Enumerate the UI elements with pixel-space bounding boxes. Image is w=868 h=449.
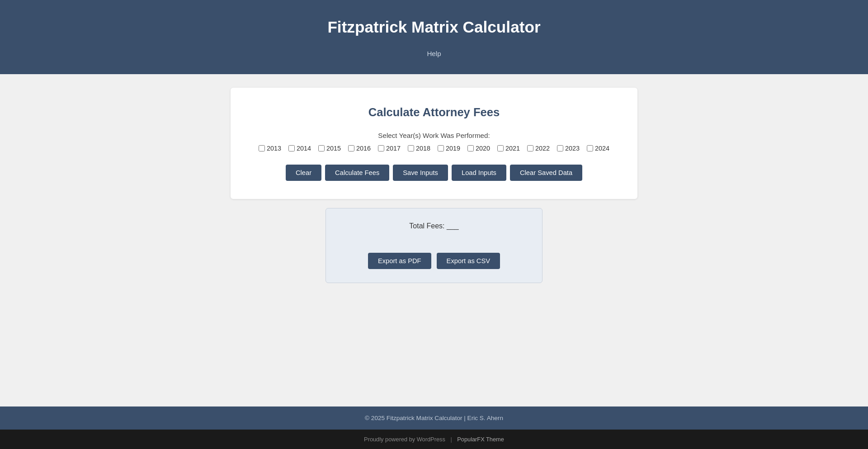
year-label-2013: 2013 — [267, 145, 281, 152]
site-nav: Help — [235, 50, 633, 65]
year-checkbox-2013[interactable] — [259, 145, 265, 151]
year-checkbox-2018[interactable] — [408, 145, 414, 151]
year-checkbox-2022[interactable] — [527, 145, 533, 151]
year-label-2015: 2015 — [326, 145, 341, 152]
total-fees-text: Total Fees: ___ — [409, 222, 458, 230]
year-checkbox-2019[interactable] — [438, 145, 444, 151]
year-checkbox-2021[interactable] — [497, 145, 504, 151]
calculator-card: Calculate Attorney Fees Select Year(s) W… — [231, 88, 637, 199]
clear-button[interactable]: Clear — [286, 165, 321, 181]
year-checkbox-2017[interactable] — [378, 145, 384, 151]
year-select-label: Select Year(s) Work Was Performed: — [253, 132, 615, 139]
year-label-2019: 2019 — [446, 145, 460, 152]
year-checkbox-item-2021[interactable]: 2021 — [497, 145, 520, 152]
year-checkbox-2016[interactable] — [348, 145, 354, 151]
calculate-fees-button[interactable]: Calculate Fees — [325, 165, 389, 181]
year-label-2018: 2018 — [416, 145, 430, 152]
help-nav-link[interactable]: Help — [427, 50, 441, 57]
year-label-2014: 2014 — [297, 145, 311, 152]
footer-separator: | — [450, 436, 452, 443]
year-checkbox-2015[interactable] — [318, 145, 325, 151]
button-row: Clear Calculate Fees Save Inputs Load In… — [253, 165, 615, 181]
year-label-2022: 2022 — [535, 145, 550, 152]
year-checkbox-item-2024[interactable]: 2024 — [587, 145, 609, 152]
year-checkbox-item-2018[interactable]: 2018 — [408, 145, 430, 152]
year-checkbox-item-2013[interactable]: 2013 — [259, 145, 281, 152]
year-checkbox-item-2016[interactable]: 2016 — [348, 145, 371, 152]
year-checkboxes: 2013201420152016201720182019202020212022… — [253, 145, 615, 152]
site-footer-dark: © 2025 Fitzpatrick Matrix Calculator | E… — [0, 406, 868, 430]
footer-powered-text: Proudly powered by WordPress | PopularFX… — [9, 436, 859, 443]
calculator-title: Calculate Attorney Fees — [253, 106, 615, 119]
year-checkbox-item-2014[interactable]: 2014 — [288, 145, 311, 152]
main-content: Calculate Attorney Fees Select Year(s) W… — [0, 74, 868, 406]
year-label-2024: 2024 — [595, 145, 609, 152]
year-checkbox-2014[interactable] — [288, 145, 295, 151]
footer-copyright: © 2025 Fitzpatrick Matrix Calculator | E… — [9, 415, 859, 421]
export-pdf-button[interactable]: Export as PDF — [368, 253, 431, 269]
year-checkbox-2023[interactable] — [557, 145, 563, 151]
year-checkbox-item-2020[interactable]: 2020 — [467, 145, 490, 152]
site-title: Fitzpatrick Matrix Calculator — [235, 18, 633, 36]
year-checkbox-item-2015[interactable]: 2015 — [318, 145, 341, 152]
year-checkbox-item-2017[interactable]: 2017 — [378, 145, 401, 152]
year-checkbox-2024[interactable] — [587, 145, 593, 151]
year-checkbox-item-2019[interactable]: 2019 — [438, 145, 460, 152]
powered-by-text: Proudly powered by WordPress — [364, 436, 445, 443]
load-inputs-button[interactable]: Load Inputs — [452, 165, 506, 181]
export-csv-button[interactable]: Export as CSV — [437, 253, 500, 269]
results-card: Total Fees: ___ Export as PDF Export as … — [326, 208, 542, 283]
theme-link[interactable]: PopularFX Theme — [457, 436, 504, 443]
year-label-2023: 2023 — [565, 145, 580, 152]
year-label-2021: 2021 — [505, 145, 520, 152]
clear-saved-data-button[interactable]: Clear Saved Data — [510, 165, 582, 181]
year-label-2020: 2020 — [476, 145, 490, 152]
site-footer-black: Proudly powered by WordPress | PopularFX… — [0, 430, 868, 449]
year-checkbox-2020[interactable] — [467, 145, 474, 151]
export-buttons: Export as PDF Export as CSV — [368, 253, 500, 269]
year-label-2016: 2016 — [356, 145, 371, 152]
year-label-2017: 2017 — [386, 145, 401, 152]
year-checkbox-item-2023[interactable]: 2023 — [557, 145, 580, 152]
save-inputs-button[interactable]: Save Inputs — [393, 165, 448, 181]
site-header: Fitzpatrick Matrix Calculator Help — [0, 0, 868, 74]
year-checkbox-item-2022[interactable]: 2022 — [527, 145, 550, 152]
